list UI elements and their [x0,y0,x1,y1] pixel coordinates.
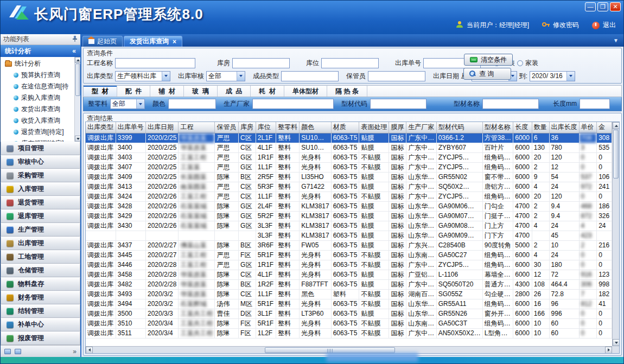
column-header[interactable]: 工程 [179,122,215,133]
date-to-picker[interactable]: 2020/ 3/16 [530,71,575,81]
sidebar-menu-item[interactable]: 生产管理 [1,223,80,237]
column-header[interactable]: 出库日期 [145,122,178,133]
radio-jiazhuang[interactable] [517,60,523,66]
sidebar-menu-item[interactable]: 物料盘存 [1,277,80,291]
monitor-icon[interactable] [4,349,11,354]
sidebar-menu-item[interactable]: 补单中心 [1,318,80,331]
scroll-down-icon[interactable] [75,136,80,142]
tab-close-icon[interactable]: × [173,38,176,46]
sidebar-menu-item[interactable]: 审核中心 [1,155,80,169]
profile-code-input[interactable] [370,99,426,109]
search-button[interactable]: 查 询 [463,68,511,80]
material-tab[interactable]: 辅 材 [150,86,184,97]
material-tab[interactable]: 成 品 [218,86,251,97]
location-input[interactable] [321,58,379,68]
sidebar-menu-item[interactable]: 出库管理 [1,237,80,250]
radio-jiazhuang-label[interactable]: 家装 [525,59,538,68]
table-row[interactable]: 调拨出库34002020/2/25华某原某严思C区4L1F整料SU10…6063… [86,143,612,152]
tree-item[interactable]: 在途信息查询[待 [1,81,74,92]
table-row[interactable]: 调拨出库34242020/2/26工某工程严思C区1L1F整料光身料6063-T… [86,191,612,201]
column-header[interactable]: 库房 [239,122,256,133]
logout-link[interactable]: 退出 [603,21,616,30]
table-row[interactable]: 调拨出库34372020/2/27佛某山某陈琳B区3R6F整料FW056063-… [86,240,612,250]
product-type-input[interactable] [281,71,339,81]
close-button[interactable]: ✕ [610,2,621,11]
sidebar-menu-item[interactable]: 工地管理 [1,250,80,264]
sidebar-menu-item[interactable]: 退货管理 [1,196,80,209]
column-header[interactable]: 型材代码 [436,122,482,133]
vertical-scroll-thumb[interactable] [613,130,619,178]
clear-conditions-button[interactable]: 清空条件 [464,54,513,66]
sidebar-menu-item[interactable]: 项目管理 [1,142,80,155]
tab-发货出库查询[interactable]: 发货出库查询× [124,36,182,47]
tab-起始页[interactable]: 起始页 [82,36,123,47]
warehouse-input[interactable] [232,58,290,68]
table-row[interactable]: 调拨出库34462020/2/28工某工程严思G区1R1F整料光身料6063-T… [86,260,612,270]
table-row[interactable]: 调拨出库34582020/2/28华某原某陈琳C区4L1F整料光身料6063-T… [86,270,612,279]
column-header[interactable]: 数量 [532,122,549,133]
whole-part-select[interactable]: 全部 [110,99,145,109]
chevron-down-icon[interactable] [162,72,170,81]
scroll-up-icon[interactable] [613,122,620,129]
tree-item[interactable]: 库存管理[待定] [1,138,74,142]
table-row[interactable]: 3L3F整料KLM38176063-T5贴膜国标山东华…GA90M09…门下方4… [86,231,612,240]
maximize-button[interactable]: ❐ [597,2,608,11]
tree-item[interactable]: 采购入库查询 [1,92,74,104]
column-header[interactable]: 颜色 [300,122,331,133]
column-header[interactable]: 金 [597,122,612,133]
tree-item[interactable]: 发货出库查询 [1,104,74,115]
scroll-right-icon[interactable] [605,347,612,354]
collapse-chevron-icon[interactable]: « [72,47,76,55]
column-header[interactable]: 整零料 [276,122,299,133]
table-row[interactable]: 调拨出库35002020/3/3工某共工程曹佳D区3L1F整料LT3P60606… [86,309,612,318]
material-tab[interactable]: 隔 热 条 [327,86,367,97]
sidebar-menu-item[interactable]: 仓储管理 [1,264,80,277]
more-chevron-icon[interactable]: » [73,348,77,355]
material-tab[interactable]: 玻 璃 [184,86,218,97]
material-tab[interactable]: 单体型材 [284,86,327,97]
scroll-left-icon[interactable] [86,347,93,354]
tree-scroll-thumb[interactable] [75,63,80,96]
sidebar-menu-item[interactable]: 财务管理 [1,291,80,304]
sidebar-menu-item[interactable]: 入库管理 [1,182,80,196]
chevron-down-icon[interactable] [136,99,144,108]
profile-name-input[interactable] [482,99,539,109]
column-header[interactable]: 生产厂家 [406,122,436,133]
change-password-link[interactable]: 修改密码 [553,21,579,30]
material-tab[interactable]: 型 材 [84,86,117,97]
sidebar-menu-item[interactable]: 退库管理 [1,209,80,223]
material-tab[interactable]: 配 件 [117,86,151,97]
manufacturer-input[interactable] [252,99,334,109]
table-row[interactable]: 调拨出库34132020/2/26南某园某严思C区5R3F整料G71422606… [86,182,612,191]
computer-icon[interactable] [15,349,21,354]
chevron-down-icon[interactable] [566,72,575,81]
column-header[interactable]: 出库单号 [116,122,145,133]
length-input[interactable] [580,99,610,109]
material-tab[interactable]: 耗 材 [251,86,284,97]
out-type-select[interactable]: 生产领料出库 [115,71,170,81]
column-header[interactable]: 库位 [256,122,276,133]
sidebar-menu-item[interactable]: 报废管理 [1,331,80,345]
table-row[interactable]: 调拨出库34282020/2/26石某某城陈琳G区2L4F整料KLM381760… [86,201,612,211]
table-row[interactable]: 调拨出库35102020/3/4工某共工程陈琳F区5R1F整料光身料6063-T… [86,318,612,328]
vertical-scrollbar[interactable] [612,122,619,346]
tree-item[interactable]: 退货查询[待定] [1,126,74,138]
table-row[interactable]: 调拨出库34942020/3/2石某辉城汤伟M区5R1F整料光身料6063-T5… [86,299,612,309]
column-header[interactable]: 型材名称 [482,122,513,133]
table-row[interactable]: 调拨出库34932020/3/2华某原某陈琳C区1L1F整料黑色塑料不贴膜国标湖… [86,289,612,299]
color-input[interactable] [168,99,216,109]
chevron-down-icon[interactable] [237,72,245,81]
minimize-button[interactable]: — [585,2,596,11]
column-header[interactable]: 膜厚 [389,122,406,133]
column-header[interactable]: 出库长度 [549,122,579,133]
project-name-input[interactable] [115,58,195,68]
column-header[interactable]: 长度 [513,122,532,133]
sidebar-menu-item[interactable]: 结转管理 [1,304,80,318]
audit-select[interactable]: 全部 [206,71,245,81]
tree-scrollbar[interactable] [74,57,80,142]
tree-item[interactable]: 预算执行查询 [1,69,74,81]
tree-root[interactable]: 统计分析 [1,58,74,69]
tree-item[interactable]: 收货入库查询 [1,115,74,126]
tab-list-dropdown-icon[interactable]: ▼ [608,37,623,43]
scroll-down-icon[interactable] [613,339,620,346]
